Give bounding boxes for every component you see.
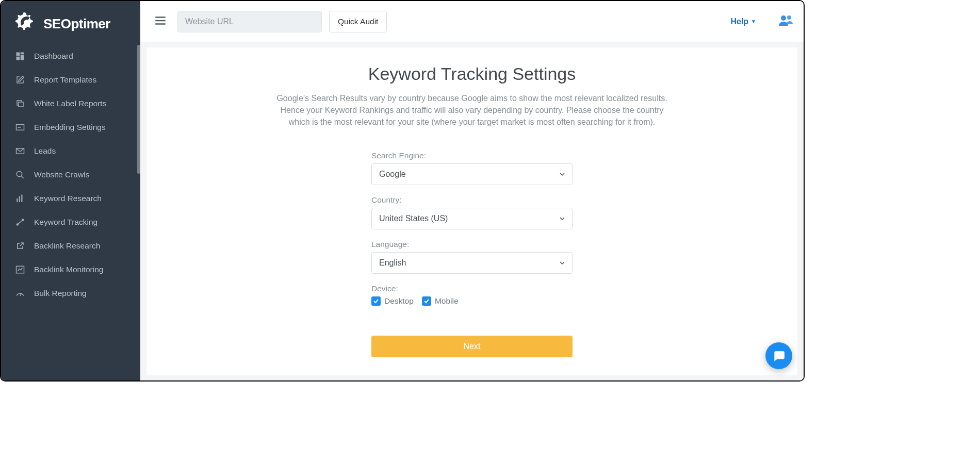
sidebar-scrollbar[interactable] (137, 45, 140, 380)
desktop-label: Desktop (384, 296, 414, 306)
check-icon (423, 298, 430, 304)
sidebar-item-report-templates[interactable]: Report Templates (1, 68, 140, 92)
sidebar-item-label: Keyword Research (34, 194, 102, 203)
sidebar: SEOptimer Dashboard Report Templates Whi… (1, 1, 140, 380)
desktop-checkbox[interactable] (371, 296, 381, 306)
sidebar-item-label: Backlink Research (34, 241, 100, 251)
bar-chart-icon (15, 194, 25, 203)
sidebar-nav: Dashboard Report Templates White Label R… (1, 44, 140, 316)
language-select[interactable]: English (371, 252, 573, 274)
main-area: Quick Audit Help ▼ Keyword Tracking Sett… (140, 1, 804, 380)
sidebar-item-embedding[interactable]: Embedding Settings (1, 115, 140, 139)
sidebar-item-backlink-research[interactable]: Backlink Research (1, 234, 140, 258)
help-dropdown[interactable]: Help ▼ (730, 17, 756, 26)
check-icon (373, 298, 379, 304)
sidebar-item-label: Website Crawls (34, 170, 89, 179)
mobile-checkbox[interactable] (422, 296, 431, 306)
sidebar-item-label: Embedding Settings (34, 123, 106, 132)
sidebar-item-keyword-research[interactable]: Keyword Research (1, 187, 140, 210)
next-button[interactable]: Next (371, 336, 573, 357)
svg-point-8 (17, 171, 22, 177)
sidebar-item-website-crawls[interactable]: Website Crawls (1, 163, 140, 187)
svg-point-13 (17, 224, 18, 225)
brand-name: SEOptimer (43, 16, 110, 32)
svg-line-9 (21, 176, 24, 178)
chat-icon (772, 349, 786, 362)
gauge-icon (15, 289, 25, 298)
line-chart-icon (15, 265, 25, 274)
edit-icon (15, 75, 25, 85)
embed-icon (15, 123, 25, 132)
page-description: Google's Search Results vary by country … (273, 92, 671, 128)
country-label: Country: (371, 195, 573, 205)
search-icon (15, 170, 25, 179)
help-label: Help (730, 17, 748, 26)
svg-rect-2 (21, 55, 24, 60)
caret-down-icon: ▼ (751, 19, 756, 24)
search-engine-select[interactable]: Google (371, 163, 573, 185)
sidebar-item-keyword-tracking[interactable]: Keyword Tracking (1, 210, 140, 234)
dashboard-icon (15, 52, 25, 61)
website-url-input[interactable] (177, 11, 322, 32)
search-engine-label: Search Engine: (371, 151, 573, 160)
sidebar-toggle-button[interactable] (151, 11, 170, 32)
sidebar-item-dashboard[interactable]: Dashboard (1, 44, 140, 68)
copy-icon (15, 99, 25, 108)
hamburger-icon (154, 14, 167, 27)
page-title: Keyword Tracking Settings (167, 64, 777, 84)
quick-audit-button[interactable]: Quick Audit (329, 11, 387, 32)
chat-widget-button[interactable] (765, 342, 792, 369)
trending-icon (15, 218, 25, 227)
sidebar-item-label: Bulk Reporting (34, 289, 87, 298)
svg-rect-10 (17, 198, 18, 202)
country-select[interactable]: United States (US) (371, 208, 573, 229)
logo[interactable]: SEOptimer (1, 1, 140, 44)
svg-point-21 (781, 15, 786, 21)
svg-rect-1 (21, 53, 24, 55)
svg-point-14 (22, 219, 24, 221)
sidebar-item-label: White Label Reports (34, 99, 106, 108)
external-link-icon (15, 241, 25, 251)
sidebar-item-white-label[interactable]: White Label Reports (1, 92, 140, 115)
sidebar-item-label: Dashboard (34, 52, 73, 61)
sidebar-item-label: Report Templates (34, 75, 96, 85)
svg-rect-12 (21, 195, 22, 202)
content-area: Keyword Tracking Settings Google's Searc… (140, 42, 804, 380)
svg-rect-4 (19, 102, 23, 107)
envelope-icon (15, 146, 25, 156)
topbar: Quick Audit Help ▼ (140, 1, 804, 42)
sidebar-item-backlink-monitoring[interactable]: Backlink Monitoring (1, 258, 140, 281)
language-label: Language: (371, 240, 573, 249)
svg-rect-3 (17, 57, 20, 60)
settings-form: Search Engine: Google Country: United St… (371, 151, 573, 357)
sidebar-item-bulk-reporting[interactable]: Bulk Reporting (1, 281, 140, 305)
mobile-label: Mobile (435, 296, 459, 306)
settings-panel: Keyword Tracking Settings Google's Searc… (146, 47, 797, 375)
sidebar-item-label: Keyword Tracking (34, 218, 97, 227)
svg-point-22 (787, 15, 791, 20)
sidebar-item-label: Backlink Monitoring (34, 265, 103, 274)
sidebar-item-leads[interactable]: Leads (1, 139, 140, 163)
logo-gear-icon (15, 12, 38, 35)
users-button[interactable] (778, 14, 793, 29)
users-icon (778, 14, 793, 27)
svg-rect-0 (17, 53, 20, 56)
svg-rect-11 (19, 196, 20, 202)
sidebar-item-label: Leads (34, 146, 56, 156)
svg-line-15 (18, 221, 22, 224)
device-label: Device: (371, 284, 573, 293)
